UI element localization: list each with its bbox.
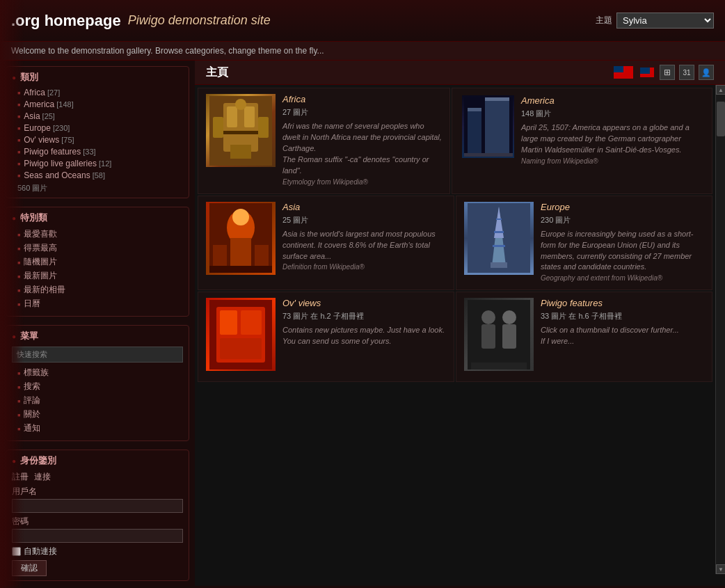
africa-thumbnail[interactable]: [204, 94, 277, 167]
about-link[interactable]: 關於: [24, 409, 40, 419]
favorites-link[interactable]: 最愛喜歡: [24, 229, 57, 239]
ov-title[interactable]: Ov' views: [282, 298, 448, 308]
category-piwigo-link[interactable]: Piwigo features: [24, 147, 81, 157]
category-seas-link[interactable]: Seas and Oceans: [24, 170, 90, 180]
category-ov-link[interactable]: Ov' views: [24, 135, 59, 145]
auto-login-checkbox[interactable]: [12, 547, 21, 556]
auto-login-row: 自動連接: [12, 546, 183, 557]
list-item: 得票最高: [17, 242, 183, 254]
category-asia-link[interactable]: Asia: [24, 111, 40, 121]
list-item: Asia [25]: [17, 111, 183, 121]
scroll-up-button[interactable]: ▲: [716, 85, 725, 95]
confirm-button[interactable]: 確認: [12, 560, 47, 576]
top-rated-link[interactable]: 得票最高: [24, 243, 57, 253]
search-link[interactable]: 搜索: [24, 381, 40, 391]
random-link[interactable]: 隨機圖片: [24, 257, 57, 267]
list-item: 通知: [17, 422, 183, 434]
svg-rect-20: [255, 245, 269, 266]
categories-row-2: Asia 25 圖片 Asia is the world's largest a…: [198, 196, 712, 291]
europe-info: Europe 230 圖片 Europe is increasingly bei…: [541, 202, 706, 285]
scroll-thumb[interactable]: [717, 102, 725, 136]
svg-rect-27: [494, 231, 504, 233]
svg-rect-28: [496, 218, 502, 220]
category-america-link[interactable]: America: [24, 100, 54, 109]
username-label: 用戶名: [12, 486, 183, 498]
svg-rect-4: [216, 131, 265, 134]
ov-views-card: Ov' views 73 圖片 在 h.2 子相冊裡 Contains new …: [198, 292, 454, 382]
category-asia-count: [25]: [42, 112, 55, 120]
ov-description: Contains new pictures maybe. Just have a…: [282, 325, 448, 347]
list-item: 最愛喜歡: [17, 228, 183, 240]
africa-card: Africa 27 圖片 Afri was the name of severa…: [198, 88, 450, 194]
calendar-link[interactable]: 日曆: [24, 299, 40, 308]
piwigo-title[interactable]: Piwigo features: [541, 298, 706, 308]
ov-info: Ov' views 73 圖片 在 h.2 子相冊裡 Contains new …: [282, 298, 448, 376]
comments-link[interactable]: 評論: [24, 395, 40, 405]
africa-title[interactable]: Africa: [282, 94, 444, 104]
svg-rect-6: [230, 145, 251, 159]
category-live-count: [12]: [99, 159, 111, 168]
connect-link[interactable]: 連接: [34, 471, 51, 483]
list-item: Africa [27]: [17, 88, 183, 97]
scroll-track: [716, 95, 725, 564]
europe-count: 230 圖片: [541, 215, 706, 225]
recent-albums-link[interactable]: 最新的相冊: [24, 285, 65, 294]
title-icons: ⊞ 31 👤: [612, 65, 714, 80]
america-title[interactable]: America: [521, 95, 702, 106]
list-item: 標籤族: [17, 367, 183, 379]
category-europe-link[interactable]: Europe: [24, 123, 51, 133]
identity-title: 身份鑒別: [12, 454, 183, 467]
category-europe-count: [230]: [53, 124, 70, 132]
grid-view-icon[interactable]: ⊞: [660, 65, 675, 80]
tags-link[interactable]: 標籤族: [24, 367, 49, 377]
america-card: America 148 圖片 April 25, 1507: America a…: [452, 88, 712, 194]
category-america-count: [148]: [56, 100, 73, 109]
category-live-link[interactable]: Piwigo live galleries: [24, 159, 97, 168]
svg-rect-26: [493, 245, 505, 247]
flag-tw-2[interactable]: [640, 67, 654, 77]
list-item: Ov' views [75]: [17, 135, 183, 145]
asia-title[interactable]: Asia: [282, 202, 448, 212]
svg-rect-10: [468, 111, 481, 153]
svg-rect-17: [230, 238, 251, 266]
category-ov-count: [75]: [61, 136, 74, 144]
theme-select[interactable]: Sylvia default elegant: [616, 13, 714, 29]
welcome-text: Welcome to the demonstration gallery. Br…: [11, 46, 324, 56]
identity-section: 身份鑒別 註冊 連接 用戶名 密碼 自動連接 確認: [6, 450, 189, 581]
right-scrollbar: ▲ ▼: [715, 85, 725, 574]
menu-section: 菜單 快速搜索 標籤族 搜索 評論 關於 通知: [6, 325, 189, 441]
list-item: America [148]: [17, 100, 183, 109]
page-title-bar: 主頁 ⊞ 31 👤: [195, 61, 725, 85]
list-item: Piwigo live galleries [12]: [17, 159, 183, 168]
password-input[interactable]: [12, 529, 183, 543]
site-logo[interactable]: .org homepage: [11, 12, 121, 30]
category-africa-count: [27]: [47, 88, 60, 97]
notify-link[interactable]: 通知: [24, 423, 40, 433]
category-seas-count: [58]: [93, 171, 105, 180]
america-source: Naming from Wikipedia®: [521, 157, 598, 165]
list-item: Seas and Oceans [58]: [17, 170, 183, 180]
piwigo-thumbnail[interactable]: [462, 298, 535, 371]
calendar-icon[interactable]: 31: [679, 65, 694, 80]
asia-thumbnail[interactable]: [204, 202, 277, 275]
svg-rect-11: [485, 101, 509, 153]
europe-thumbnail[interactable]: [462, 202, 535, 275]
america-count: 148 圖片: [521, 109, 702, 119]
svg-rect-25: [491, 262, 507, 268]
category-africa-link[interactable]: Africa: [24, 88, 45, 97]
europe-title[interactable]: Europe: [541, 202, 706, 212]
sidebar: 類別 Africa [27] America [148] Asia [25] E…: [0, 61, 195, 586]
register-link[interactable]: 註冊: [12, 471, 29, 483]
user-icon[interactable]: 👤: [699, 65, 714, 80]
africa-info: Africa 27 圖片 Afri was the name of severa…: [282, 94, 444, 188]
recent-photos-link[interactable]: 最新圖片: [24, 271, 57, 280]
username-input[interactable]: [12, 499, 183, 513]
list-item: 最新的相冊: [17, 284, 183, 296]
ov-thumbnail[interactable]: [204, 298, 277, 371]
scroll-down-button[interactable]: ▼: [716, 564, 725, 574]
flag-tw-1[interactable]: [614, 66, 633, 79]
piwigo-card: Piwigo features 33 圖片 在 h.6 子相冊裡 Click o…: [456, 292, 712, 382]
categories-total: 560 圖片: [12, 183, 183, 193]
asia-card: Asia 25 圖片 Asia is the world's largest a…: [198, 196, 454, 291]
categories-list: Africa [27] America [148] Asia [25] Euro…: [12, 88, 183, 180]
